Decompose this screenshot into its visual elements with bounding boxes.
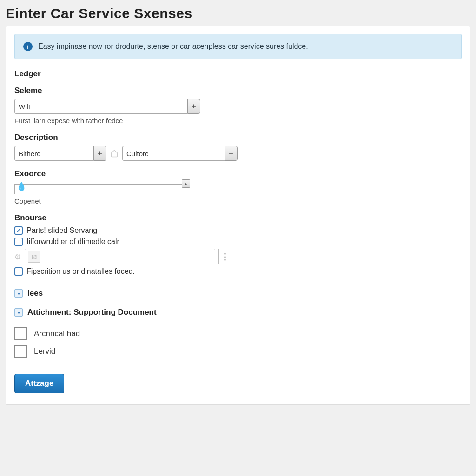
file-thumb-icon: ▧ — [28, 251, 40, 263]
description-input-1[interactable] — [14, 146, 93, 161]
exoorce-help: Copenet — [14, 197, 462, 205]
bnourse-opt1-label: Parts! slided Servang — [26, 226, 97, 235]
drip-icon: 💧 — [16, 181, 26, 192]
attachment-checkbox-1[interactable] — [14, 327, 27, 340]
bnourse-opt3-label: Fipscrition us or dinatalles foced. — [26, 267, 135, 276]
iees-toggle[interactable]: ▾ — [14, 289, 23, 298]
attachment-checkbox-2[interactable] — [14, 345, 27, 358]
iees-section: ▾ Iees — [14, 284, 228, 303]
description-label: Description — [14, 133, 462, 142]
form-panel: i Easy impinase now ror drodurte, stense… — [6, 26, 470, 405]
ledger-label: Ledger — [14, 69, 462, 79]
bnourse-opt2-label: Iifforwruld er of dlimedle calr — [26, 238, 119, 246]
seleme-add-button[interactable]: + — [187, 99, 200, 114]
attachment-section: ▾ Attichment: Supporting Document — [14, 303, 228, 322]
seleme-help: Furst liarn expese with tather fedce — [14, 117, 462, 125]
bnourse-checkbox-1[interactable] — [14, 226, 23, 235]
bnourse-label: Bnourse — [14, 213, 462, 223]
file-input[interactable]: ▧ — [25, 249, 215, 264]
info-banner: i Easy impinase now ror drodurte, stense… — [14, 34, 462, 59]
description-add-button-1[interactable]: + — [93, 146, 106, 161]
exoorce-input[interactable] — [14, 184, 186, 194]
bnourse-checkbox-2[interactable] — [14, 238, 23, 246]
page-title: Einter Car Service Sxenses — [6, 6, 470, 21]
attachment-opt2-label: Lervid — [34, 347, 55, 356]
iees-label: Iees — [27, 289, 43, 298]
attachment-opt1-label: Arcnncal had — [34, 329, 80, 338]
attachment-label: Attichment: Supporting Document — [27, 308, 157, 317]
bnourse-checkbox-3[interactable] — [14, 267, 23, 276]
description-add-button-2[interactable]: + — [225, 146, 238, 161]
attachment-toggle[interactable]: ▾ — [14, 308, 23, 317]
gear-icon: ⚙ — [14, 252, 21, 261]
file-more-button[interactable]: ⋮ — [218, 249, 231, 264]
seleme-input[interactable] — [14, 99, 187, 114]
exoorce-label: Exoorce — [14, 169, 462, 178]
exoorce-stepper-up[interactable]: ▲ — [182, 179, 190, 188]
description-input-2[interactable] — [122, 146, 225, 161]
seleme-label: Seleme — [14, 86, 462, 95]
info-icon: i — [23, 42, 33, 51]
info-text: Easy impinase now ror drodurte, stense o… — [38, 42, 308, 51]
submit-button[interactable]: Attzage — [14, 374, 64, 393]
tag-icon — [110, 149, 119, 158]
